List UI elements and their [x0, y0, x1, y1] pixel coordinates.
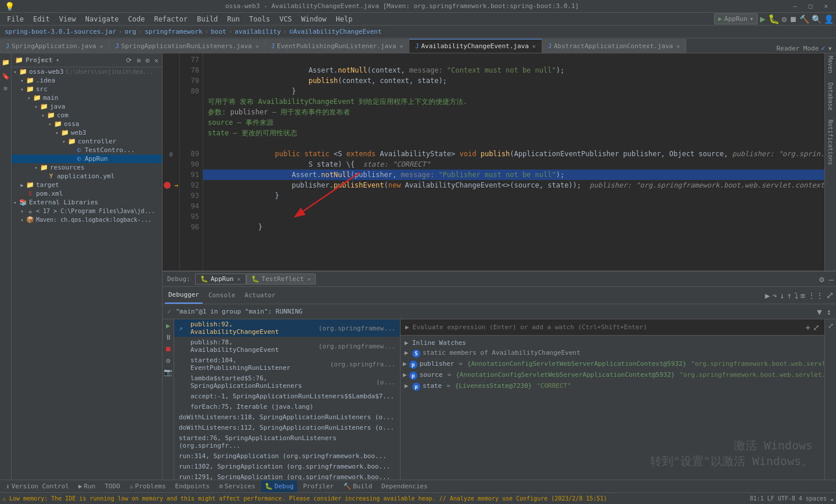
bottom-profiler[interactable]: Profiler — [300, 480, 337, 492]
debug-resume-icon[interactable]: ▶ — [765, 291, 770, 300]
tab-actuator[interactable]: Actuator — [241, 287, 279, 304]
breadcrumb-springframework[interactable]: springframework — [145, 28, 202, 35]
menu-edit[interactable]: Edit — [28, 13, 55, 25]
debug-tab-close-testreflect[interactable]: ✕ — [307, 276, 311, 282]
notifications-sidebar-label[interactable]: Notifications — [827, 120, 834, 165]
coverage-button[interactable]: ⚙ — [782, 15, 787, 24]
menu-view[interactable]: View — [55, 13, 81, 25]
var-expand-publisher[interactable]: ▶ — [403, 360, 407, 368]
tree-item-testcontro[interactable]: © TestContro... — [12, 146, 162, 154]
menu-tools[interactable]: Tools — [244, 13, 275, 25]
tab-more-button[interactable]: ▾ — [828, 44, 833, 53]
var-expand-inline[interactable]: ▶ — [403, 339, 410, 347]
project-icon[interactable]: 📁 — [2, 58, 9, 66]
tab-close4[interactable]: ✕ — [532, 43, 536, 49]
build-button[interactable]: 🔨 — [799, 15, 809, 24]
frame-item-10[interactable]: run:1302, SpringApplication (org.springf… — [174, 462, 400, 472]
tree-item-src[interactable]: ▾ 📁 src — [12, 85, 162, 93]
tab-console[interactable]: Console — [205, 287, 239, 304]
bottom-run[interactable]: ▶ Run — [75, 480, 99, 492]
tree-item-extlibs[interactable]: ▾ 📚 External Libraries — [12, 198, 162, 207]
tree-item-jdk17[interactable]: ▾ ☕ < 17 > C:\Program Files\Java\jd... — [12, 207, 162, 215]
frame-item-11[interactable]: run:1291, SpringApplication (org.springf… — [174, 472, 400, 480]
bottom-problems[interactable]: ⚠ Problems — [126, 480, 170, 492]
breadcrumb-class[interactable]: AvailabilityChangeEvent — [293, 28, 381, 35]
apprun-dropdown[interactable]: ▶ AppRun ▾ — [714, 13, 758, 24]
reader-mode-icon[interactable]: ✓ — [821, 44, 825, 52]
tree-item-idea[interactable]: ▾ 📁 .idea — [12, 76, 162, 85]
run-button[interactable]: ▶ — [760, 13, 766, 24]
tree-item-web3[interactable]: ▾ 📁 web3 — [12, 128, 162, 137]
tree-item-target[interactable]: ▶ 📁 target — [12, 181, 162, 189]
breakpoint-dot-92[interactable] — [164, 182, 171, 189]
project-dropdown-arrow[interactable]: ▾ — [56, 57, 59, 63]
debug-stepout-icon[interactable]: ↑ — [787, 291, 791, 300]
debug-stepinto-icon[interactable]: ↓ — [780, 291, 784, 300]
tree-item-logback[interactable]: ▾ 📦 Maven: ch.qos.logback:logback-... — [12, 215, 162, 224]
menu-refactor[interactable]: Refactor — [149, 13, 192, 25]
tree-item-project[interactable]: ▾ 📁 ossa-web3 C:\Users\sunjinxin\dea... — [12, 67, 162, 76]
var-inline-watches[interactable]: ▶ Inline Watches — [401, 338, 824, 348]
frame-item-5[interactable]: forEach:75, Iterable (java.lang) — [174, 402, 400, 412]
debug-restart-icon[interactable]: ▶ — [166, 322, 170, 330]
var-publisher[interactable]: ▶ p publisher = {AnnotationConfigServlet… — [401, 359, 824, 370]
frame-item-9[interactable]: run:314, SpringApplication (org.springfr… — [174, 451, 400, 462]
maximize-button[interactable]: □ — [805, 2, 816, 10]
search-button[interactable]: 🔍 — [812, 15, 821, 24]
debug-expand-icon[interactable]: ⤢ — [826, 290, 834, 301]
debug-stepover-icon[interactable]: ↷ — [772, 291, 777, 300]
debug-runtohere-icon[interactable]: ⤵ — [794, 291, 798, 300]
bottom-endpoints[interactable]: Endpoints — [172, 480, 214, 492]
close-button[interactable]: ✕ — [820, 2, 831, 10]
tab-close-springapplication[interactable]: ✕ — [100, 43, 103, 49]
tab-springapplication[interactable]: J SpringApplication.java ✕ — [0, 39, 110, 53]
tree-item-controller[interactable]: ▾ 📁 controller — [12, 137, 162, 146]
debug-pause-icon[interactable]: ⏸ — [165, 333, 172, 341]
sidebar-sync-icon[interactable]: ⟳ — [126, 56, 132, 64]
menu-vcs[interactable]: VCS — [275, 13, 297, 25]
menu-build[interactable]: Build — [192, 13, 222, 25]
tree-item-applicationyml[interactable]: Y application.yml — [12, 172, 162, 181]
sidebar-hide-icon[interactable]: ✕ — [154, 56, 158, 64]
eval-expand-icon[interactable]: ⤢ — [813, 323, 820, 332]
menu-run[interactable]: Run — [222, 13, 244, 25]
frame-item-0[interactable]: ↗ publish:92, AvailabilityChangeEvent (o… — [174, 319, 400, 337]
debug-frames-icon[interactable]: ≡ — [801, 291, 805, 300]
thread-expand-icon[interactable]: ↕ — [827, 307, 831, 316]
bottom-build[interactable]: 🔨 Build — [340, 480, 376, 492]
frame-item-4[interactable]: accept:-1, SpringApplicationRunListeners… — [174, 391, 400, 402]
tree-item-java[interactable]: ▾ 📁 java — [12, 102, 162, 111]
tab-close5[interactable]: ✕ — [676, 43, 680, 49]
breadcrumb-jar[interactable]: spring-boot-3.0.1-sources.jar — [5, 28, 116, 35]
bottom-version-control[interactable]: ↕ Version Control — [2, 480, 73, 492]
tab-close3[interactable]: ✕ — [399, 43, 403, 49]
breadcrumb-org[interactable]: org — [125, 28, 136, 35]
debug-settings2-icon[interactable]: ⚙ — [166, 357, 170, 365]
frame-item-8[interactable]: started:76, SpringApplicationRunListener… — [174, 433, 400, 451]
debug-minimize-icon[interactable]: — — [827, 275, 836, 284]
var-expand-state[interactable]: ▶ — [403, 382, 410, 390]
tab-springapplicationrunlisteners[interactable]: J SpringApplicationRunListeners.java ✕ — [110, 39, 265, 53]
maven-sidebar-label[interactable]: Maven — [827, 56, 834, 73]
frame-item-6[interactable]: doWithListeners:118, SpringApplicationRu… — [174, 412, 400, 423]
frame-item-1[interactable]: publish:78, AvailabilityChangeEvent (org… — [174, 337, 400, 355]
debug-restore-icon[interactable]: ⤢ — [828, 322, 834, 330]
debug-stop-icon[interactable]: ⏹ — [165, 345, 172, 353]
frame-item-2[interactable]: started:104, EventPublishingRunListener … — [174, 355, 400, 373]
tree-item-com[interactable]: ▾ 📁 com — [12, 111, 162, 120]
tab-debugger[interactable]: Debugger — [165, 287, 203, 304]
menu-code[interactable]: Code — [124, 13, 150, 25]
tab-abstractapplicationcontext[interactable]: J AbstractApplicationContext.java ✕ — [542, 39, 686, 53]
eval-input[interactable] — [413, 323, 806, 331]
frame-item-7[interactable]: doWithListeners:112, SpringApplicationRu… — [174, 423, 400, 433]
sidebar-settings-icon[interactable]: ⚙ — [146, 56, 150, 64]
bookmarks-icon[interactable]: 🔖 — [2, 73, 10, 80]
minimize-button[interactable]: — — [790, 2, 801, 10]
tab-close2[interactable]: ✕ — [255, 43, 259, 49]
var-state[interactable]: ▶ p state = {LivenessState@7230} "CORREC… — [401, 381, 824, 392]
debug-settings-icon[interactable]: ⚙ — [817, 275, 826, 284]
sidebar-collapse-icon[interactable]: ≡ — [136, 56, 140, 64]
eval-add-watch-icon[interactable]: + — [806, 323, 810, 332]
frame-item-3[interactable]: lambda$started$5:76, SpringApplicationRu… — [174, 373, 400, 391]
tree-item-pomxml[interactable]: X pom.xml — [12, 189, 162, 198]
